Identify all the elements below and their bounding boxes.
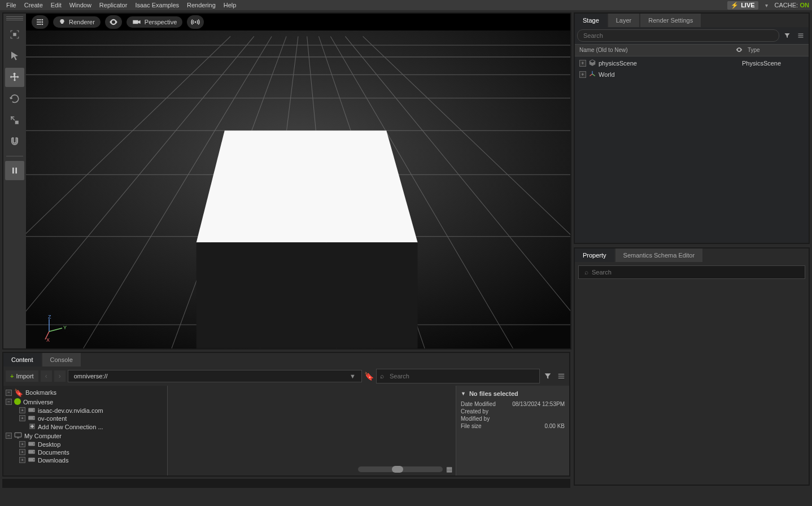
menu-isaac-examples[interactable]: Isaac Examples (132, 1, 182, 10)
pause-button[interactable] (5, 161, 24, 180)
bookmark-icon[interactable]: 🔖 (364, 372, 374, 381)
cache-label: CACHE: ON (775, 1, 809, 9)
tree-item-icon (14, 432, 22, 440)
menu-file[interactable]: File (3, 1, 20, 10)
import-button[interactable]: + Import (6, 370, 38, 382)
nav-forward-button[interactable]: › (54, 370, 66, 382)
menu-rendering[interactable]: Rendering (184, 1, 219, 10)
svg-text:X: X (46, 337, 50, 343)
svg-point-0 (42, 19, 43, 21)
expand-icon[interactable]: + (579, 71, 586, 78)
scale-tool[interactable] (5, 111, 24, 130)
menu-icon[interactable] (556, 370, 567, 382)
expand-icon[interactable]: + (19, 415, 25, 421)
live-dropdown-icon[interactable]: ▾ (763, 2, 770, 8)
expand-icon[interactable]: + (19, 441, 25, 447)
menu-replicator[interactable]: Replicator (96, 1, 131, 10)
expand-icon[interactable]: + (19, 457, 25, 463)
content-tree-item[interactable]: +Desktop (6, 440, 165, 448)
visibility-column-icon[interactable] (731, 47, 748, 54)
type-column-header[interactable]: Type (748, 47, 804, 54)
left-toolbar (3, 14, 26, 348)
menu-icon[interactable] (795, 30, 806, 41)
content-tree-item[interactable]: +isaac-dev.ov.nvidia.com (6, 407, 165, 415)
tree-item-icon (28, 457, 36, 464)
content-tree-item[interactable]: −Omniverse (6, 398, 165, 407)
stage-search-input[interactable] (577, 29, 779, 42)
menubar: File Create Edit Window Replicator Isaac… (0, 0, 812, 10)
zoom-slider[interactable] (358, 466, 443, 472)
tab-render-settings[interactable]: Render Settings (640, 14, 701, 27)
prim-name: World (599, 71, 615, 78)
viewport-3d[interactable]: Z Y X (26, 30, 570, 348)
svg-point-3 (195, 21, 197, 23)
expand-icon[interactable]: + (19, 449, 25, 455)
broadcast-icon[interactable] (187, 15, 204, 29)
tab-property[interactable]: Property (575, 248, 614, 262)
cursor-tool[interactable] (5, 46, 24, 66)
menubar-right: ⚡ LIVE ▾ CACHE: ON (727, 1, 809, 10)
filter-icon[interactable] (782, 30, 793, 41)
content-tree-item[interactable]: −🔖Bookmarks (6, 388, 165, 398)
chevron-down-icon[interactable]: ▼ (461, 391, 466, 396)
tab-content[interactable]: Content (3, 353, 41, 367)
content-tree-item[interactable]: +Documents (6, 448, 165, 456)
lightbulb-icon (59, 19, 66, 25)
content-tree-item[interactable]: +Downloads (6, 456, 165, 464)
expand-icon[interactable]: − (6, 399, 12, 405)
content-tabs: Content Console (3, 353, 569, 367)
expand-icon[interactable]: + (579, 60, 586, 67)
stage-tree: +physicsScenePhysicsScene+World (575, 56, 809, 243)
tree-item-label: isaac-dev.ov.nvidia.com (38, 407, 103, 414)
nav-back-button[interactable]: ‹ (41, 370, 52, 382)
move-tool[interactable] (5, 68, 24, 87)
content-tree-item[interactable]: Add New Connection ... (6, 422, 165, 431)
menu-create[interactable]: Create (21, 1, 46, 10)
svg-text:Y: Y (63, 325, 67, 330)
svg-text:Z: Z (48, 315, 51, 320)
path-input[interactable]: omniverse:// ▼ (68, 370, 362, 382)
content-tree-item[interactable]: −My Computer (6, 431, 165, 440)
visibility-icon[interactable] (105, 15, 122, 29)
svg-point-35 (33, 417, 34, 418)
filter-icon[interactable] (542, 370, 553, 382)
content-search-input[interactable] (384, 370, 536, 382)
grid-view-icon[interactable]: ▦ (446, 465, 452, 473)
menu-help[interactable]: Help (220, 1, 240, 10)
tree-item-label: My Computer (24, 433, 62, 439)
stage-panel: Stage Layer Render Settings Name (Old to… (574, 12, 810, 244)
name-column-header[interactable]: Name (Old to New) (579, 47, 731, 54)
svg-point-33 (33, 409, 34, 411)
content-tree-item[interactable]: +ov-content (6, 415, 165, 422)
details-header-text: No files selected (469, 390, 518, 397)
stage-row[interactable]: +physicsScenePhysicsScene (577, 58, 806, 69)
tab-console[interactable]: Console (42, 353, 81, 367)
selection-tool[interactable] (5, 25, 24, 44)
search-icon: ⌕ (380, 372, 384, 380)
camera-dropdown[interactable]: Perspective (126, 16, 182, 28)
content-details-panel: ▼ No files selected Date Modified08/13/2… (456, 386, 569, 476)
menu-edit[interactable]: Edit (47, 1, 65, 10)
grip-handle[interactable] (6, 16, 23, 20)
expand-icon[interactable]: − (6, 390, 12, 396)
expand-icon[interactable]: + (19, 407, 25, 413)
stage-row[interactable]: +World (577, 69, 806, 80)
content-toolbar: + Import ‹ › omniverse:// ▼ 🔖 ⌕ (3, 367, 569, 386)
expand-icon[interactable]: − (6, 433, 12, 439)
content-grid[interactable]: ▦ (167, 386, 456, 476)
menu-window[interactable]: Window (66, 1, 95, 10)
search-icon: ⌕ (584, 268, 588, 276)
live-indicator[interactable]: ⚡ LIVE (727, 1, 758, 10)
live-label: LIVE (741, 2, 754, 8)
settings-icon[interactable] (32, 15, 49, 29)
tab-stage[interactable]: Stage (575, 14, 607, 27)
bottom-collapsed-bar[interactable] (2, 479, 570, 488)
tab-semantics[interactable]: Semantics Schema Editor (615, 248, 703, 262)
renderer-dropdown[interactable]: Renderer (53, 16, 101, 28)
svg-point-43 (33, 459, 34, 460)
property-search-input[interactable] (592, 269, 799, 276)
main-container: Renderer Perspective (0, 10, 812, 488)
tab-layer[interactable]: Layer (608, 14, 640, 27)
snap-tool[interactable] (5, 132, 24, 151)
rotate-tool[interactable] (5, 89, 24, 108)
